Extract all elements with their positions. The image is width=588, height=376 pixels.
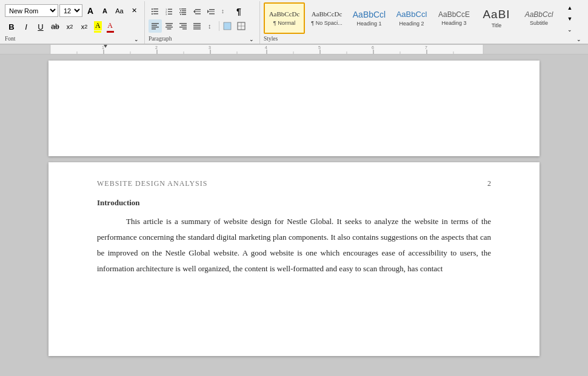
- svg-rect-5: [153, 13, 158, 15]
- numbering-button[interactable]: 1.2.3.: [162, 5, 176, 18]
- svg-rect-39: [179, 27, 187, 28]
- svg-rect-23: [195, 13, 201, 15]
- svg-rect-15: [182, 10, 186, 12]
- svg-rect-36: [167, 28, 172, 30]
- expand-styles-button[interactable]: ⌄: [575, 35, 583, 44]
- svg-rect-41: [193, 23, 201, 24]
- style-heading1[interactable]: AaBbCcl Heading 1: [349, 2, 390, 34]
- increase-indent-button[interactable]: [204, 5, 218, 18]
- styles-gallery: AaBbCcDc ¶ Normal AaBbCcDc ¶ No Spaci...…: [264, 2, 583, 35]
- page-1: [48, 61, 540, 156]
- decrease-indent-button[interactable]: [190, 5, 204, 18]
- svg-rect-33: [165, 23, 173, 24]
- style-heading2[interactable]: AaBbCcl Heading 2: [391, 2, 432, 34]
- paragraph-section: 1.2.3. ↕ ¶: [145, 1, 260, 44]
- highlight-button[interactable]: A: [92, 20, 104, 34]
- strikethrough-button[interactable]: ab: [48, 20, 62, 33]
- svg-rect-2: [152, 11, 153, 12]
- svg-rect-34: [167, 25, 172, 26]
- svg-rect-13: [181, 8, 186, 10]
- svg-text:2: 2: [155, 45, 158, 50]
- svg-text:7: 7: [425, 45, 427, 50]
- page-header: WEBSITE DESIGN ANALYSIS 2: [97, 179, 491, 188]
- superscript-button[interactable]: x2: [78, 20, 91, 33]
- svg-rect-30: [152, 25, 157, 26]
- svg-text:3.: 3.: [165, 13, 167, 16]
- show-paragraph-button[interactable]: ¶: [232, 5, 246, 18]
- intro-paragraph[interactable]: This article is a summary of website des…: [97, 214, 491, 277]
- align-right-button[interactable]: [176, 19, 190, 33]
- multilevel-list-button[interactable]: [176, 5, 190, 18]
- style-title[interactable]: AaBI Title: [476, 2, 517, 34]
- subscript-button[interactable]: x2: [63, 20, 76, 33]
- styles-more[interactable]: ⌄: [563, 24, 576, 35]
- svg-rect-43: [193, 27, 201, 28]
- styles-scroll-up[interactable]: ▲: [563, 2, 576, 13]
- svg-rect-38: [181, 25, 187, 26]
- shrink-font-button[interactable]: A: [98, 4, 112, 18]
- font-controls: New Rom 12 A A Aa ✕ B I U ab: [5, 2, 141, 35]
- font-family-select[interactable]: New Rom: [5, 4, 58, 17]
- styles-section: AaBbCcDc ¶ Normal AaBbCcDc ¶ No Spaci...…: [260, 1, 587, 44]
- svg-rect-3: [153, 11, 158, 12]
- svg-rect-44: [193, 28, 201, 30]
- bullets-button[interactable]: [149, 5, 162, 18]
- svg-rect-52: [483, 45, 588, 54]
- svg-rect-11: [168, 14, 172, 15]
- line-spacing-button[interactable]: ↕: [204, 19, 218, 33]
- font-row2: B I U ab x2 x2 A A: [5, 20, 141, 34]
- svg-rect-37: [179, 23, 187, 24]
- style-subtitle[interactable]: AaBbCcl Subtitle: [518, 2, 560, 34]
- svg-rect-32: [152, 28, 156, 30]
- svg-text:4: 4: [265, 45, 267, 50]
- clear-format-button[interactable]: ✕: [127, 4, 141, 18]
- expand-font-button[interactable]: ⌄: [132, 35, 141, 44]
- styles-scroll-arrows: ▲ ▼ ⌄: [563, 2, 576, 35]
- font-color-button[interactable]: A: [105, 20, 116, 34]
- svg-rect-21: [195, 9, 201, 10]
- styles-section-label: Styles: [264, 36, 278, 43]
- font-size-select[interactable]: 12: [59, 4, 82, 17]
- svg-rect-16: [179, 12, 181, 13]
- styles-scroll-down[interactable]: ▼: [563, 13, 576, 24]
- svg-text:1: 1: [102, 45, 104, 50]
- ribbon-row: New Rom 12 A A Aa ✕ B I U ab: [0, 0, 588, 44]
- svg-text:6: 6: [372, 45, 374, 50]
- svg-rect-18: [180, 14, 181, 15]
- underline-button[interactable]: U: [34, 20, 47, 33]
- svg-rect-35: [165, 27, 173, 28]
- intro-heading: Introduction: [97, 198, 491, 208]
- font-row1: New Rom 12 A A Aa ✕: [5, 4, 141, 18]
- svg-rect-1: [153, 8, 158, 10]
- style-normal[interactable]: AaBbCcDc ¶ Normal: [264, 2, 305, 34]
- italic-button[interactable]: I: [19, 20, 33, 33]
- ruler-svg: 1 2 3 4 5 6 7: [0, 45, 588, 54]
- bold-button[interactable]: B: [5, 20, 18, 33]
- svg-marker-20: [193, 10, 195, 13]
- sort-button[interactable]: ↕: [218, 5, 232, 18]
- style-heading3[interactable]: AaBbCcE Heading 3: [433, 2, 475, 34]
- ribbon: New Rom 12 A A Aa ✕ B I U ab: [0, 0, 588, 45]
- svg-rect-19: [182, 14, 186, 15]
- svg-rect-22: [195, 12, 201, 12]
- svg-rect-26: [209, 12, 215, 12]
- style-no-spacing[interactable]: AaBbCcDc ¶ No Spaci...: [306, 2, 347, 34]
- svg-text:↕: ↕: [208, 22, 212, 30]
- grow-font-button[interactable]: A: [84, 4, 97, 18]
- expand-paragraph-button[interactable]: ⌄: [247, 35, 256, 44]
- shading-button[interactable]: [221, 19, 234, 33]
- svg-text:5: 5: [318, 45, 321, 50]
- svg-rect-51: [0, 45, 50, 54]
- ruler: 1 2 3 4 5 6 7: [0, 45, 588, 54]
- align-left-button[interactable]: [149, 19, 162, 33]
- svg-rect-25: [209, 9, 215, 10]
- svg-rect-46: [224, 22, 231, 30]
- svg-text:↕: ↕: [221, 8, 224, 15]
- justify-button[interactable]: [190, 19, 204, 33]
- change-case-button[interactable]: Aa: [113, 4, 126, 18]
- svg-marker-24: [207, 10, 209, 13]
- page-header-title: WEBSITE DESIGN ANALYSIS: [97, 179, 207, 188]
- paragraph-section-label: Paragraph: [149, 36, 172, 43]
- align-center-button[interactable]: [162, 19, 176, 33]
- borders-button[interactable]: [235, 19, 248, 33]
